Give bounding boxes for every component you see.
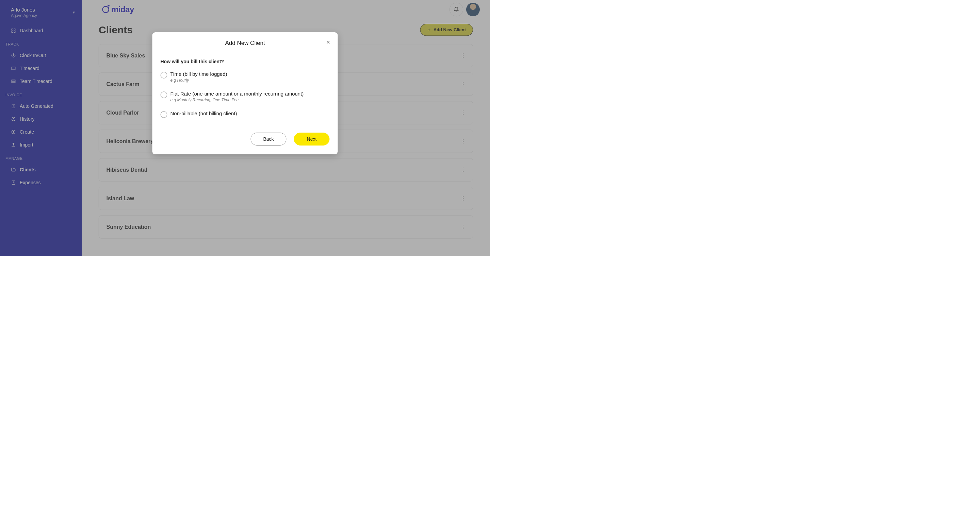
app-root: Arlo Jones Agave Agency ▼ Dashboard TRAC… [0,0,490,256]
modal-header: Add New Client ✕ [153,32,338,52]
close-icon[interactable]: ✕ [326,40,331,46]
modal-body: How will you bill this client? Time (bil… [153,52,338,125]
radio-icon [161,111,167,118]
radio-icon [161,92,167,98]
radio-label: Time (bill by time logged) [170,71,227,77]
billing-option-time[interactable]: Time (bill by time logged) e.g Hourly [161,69,330,84]
radio-hint: e.g Monthly Recurring, One Time Fee [170,98,304,102]
billing-option-flat[interactable]: Flat Rate (one-time amount or a monthly … [161,89,330,104]
next-button[interactable]: Next [294,133,330,146]
radio-label: Non-billable (not billing client) [170,111,237,116]
back-button[interactable]: Back [251,133,286,146]
modal-footer: Back Next [153,125,338,154]
radio-label: Flat Rate (one-time amount or a monthly … [170,91,304,97]
radio-hint: e.g Hourly [170,78,227,82]
modal-overlay[interactable]: Add New Client ✕ How will you bill this … [0,0,490,256]
radio-icon [161,72,167,79]
modal-title: Add New Client [225,40,265,46]
add-client-modal: Add New Client ✕ How will you bill this … [153,32,338,154]
billing-option-nonbillable[interactable]: Non-billable (not billing client) [161,108,330,119]
modal-question: How will you bill this client? [161,59,330,64]
